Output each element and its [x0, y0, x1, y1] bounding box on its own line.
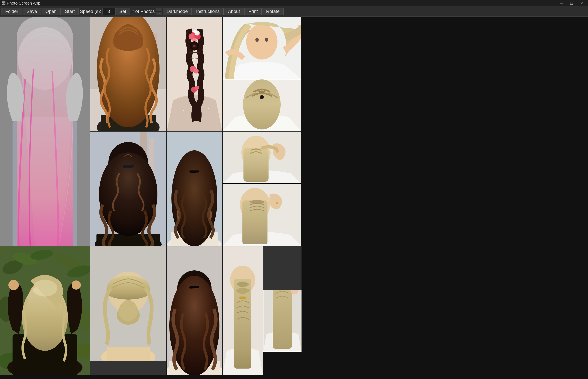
- open-button[interactable]: Open: [42, 8, 61, 15]
- photo-8[interactable]: [90, 246, 166, 375]
- folder-button[interactable]: Folder: [1, 8, 22, 15]
- svg-point-94: [276, 202, 278, 204]
- svg-point-34: [246, 24, 278, 60]
- save-button[interactable]: Save: [23, 8, 41, 15]
- svg-point-14: [183, 110, 184, 111]
- photo-9-image: [167, 132, 222, 246]
- app-title: Photo Screen App: [7, 1, 40, 6]
- rotate-button[interactable]: Rotate: [262, 8, 284, 15]
- photo-2-bottom[interactable]: [90, 132, 166, 246]
- toolbar: Folder Save Open Start Speed (s): Set # …: [0, 6, 588, 17]
- minimize-button[interactable]: ─: [557, 0, 566, 6]
- svg-point-25: [193, 30, 197, 33]
- svg-point-32: [193, 45, 196, 47]
- photo-4-top[interactable]: [223, 17, 301, 79]
- print-button[interactable]: Print: [244, 8, 262, 15]
- svg-point-35: [255, 38, 259, 42]
- num-photos-label: # of Photos: [130, 9, 155, 14]
- svg-rect-70: [107, 347, 150, 361]
- app-icon: 📷: [2, 1, 5, 5]
- photos-minus-button[interactable]: -: [156, 12, 162, 15]
- close-button[interactable]: ✕: [577, 0, 586, 6]
- photo-2-image: [90, 17, 166, 131]
- photos-stepper: + -: [156, 8, 162, 15]
- svg-point-17: [208, 108, 209, 109]
- about-button[interactable]: About: [224, 8, 244, 15]
- speed-label: Speed (s):: [79, 9, 102, 14]
- speed-input[interactable]: [102, 8, 115, 15]
- svg-point-64: [32, 280, 57, 297]
- photo-10[interactable]: [223, 132, 301, 183]
- svg-point-66: [72, 281, 81, 290]
- svg-point-39: [243, 79, 281, 129]
- svg-point-36: [265, 38, 268, 42]
- svg-point-29: [195, 86, 199, 90]
- svg-point-86: [169, 276, 219, 375]
- svg-rect-80: [190, 170, 199, 172]
- svg-rect-98: [239, 297, 246, 299]
- photo-extra[interactable]: [263, 246, 302, 290]
- darkmode-button[interactable]: Darkmode: [163, 8, 192, 15]
- photo-11-image: [223, 184, 301, 246]
- photo-2-bottom-image: [90, 132, 166, 246]
- svg-point-23: [192, 38, 197, 42]
- photo-10-image: [223, 132, 301, 183]
- photo-grid: [0, 17, 588, 379]
- photo-12-left[interactable]: [223, 246, 263, 375]
- photo-3[interactable]: [167, 17, 222, 131]
- photo-5-mid-image: [223, 79, 301, 131]
- photo-3-image: [167, 17, 222, 131]
- title-bar-left: 📷 Photo Screen App: [2, 1, 40, 6]
- photo-11[interactable]: [223, 184, 301, 246]
- photo-7[interactable]: [0, 246, 90, 375]
- start-button[interactable]: Start: [61, 8, 78, 15]
- svg-rect-87: [189, 286, 200, 289]
- set-button[interactable]: Set: [115, 8, 130, 15]
- instructions-button[interactable]: Instructions: [192, 8, 224, 15]
- photos-plus-button[interactable]: +: [156, 8, 162, 11]
- svg-point-41: [261, 96, 263, 98]
- photo-7-image: [0, 246, 90, 375]
- svg-point-27: [194, 68, 199, 74]
- svg-point-65: [8, 280, 19, 290]
- photo-9-lower-image: [167, 246, 222, 375]
- photo-5-mid[interactable]: [223, 79, 301, 131]
- photo-9-lower[interactable]: [167, 246, 222, 375]
- photo-8-image: [90, 246, 166, 375]
- title-bar: 📷 Photo Screen App ─ □ ✕: [0, 0, 588, 6]
- photo-4-top-image: [223, 17, 301, 79]
- photo-9[interactable]: [167, 132, 222, 246]
- svg-rect-90: [244, 148, 268, 182]
- svg-point-18: [187, 116, 188, 117]
- svg-rect-93: [242, 201, 267, 244]
- svg-point-78: [171, 150, 217, 246]
- title-bar-controls: ─ □ ✕: [557, 0, 586, 6]
- photo-12-left-image: [223, 246, 263, 375]
- photo-2[interactable]: [90, 17, 166, 131]
- maximize-button[interactable]: □: [567, 0, 576, 6]
